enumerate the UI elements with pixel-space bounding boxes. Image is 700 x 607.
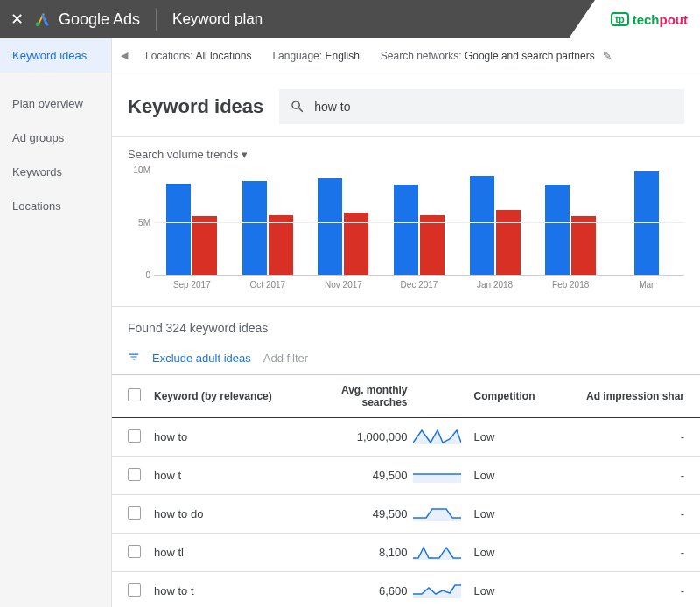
sparkline bbox=[413, 581, 461, 598]
cell-competition: Low bbox=[466, 546, 553, 559]
select-all-checkbox[interactable] bbox=[128, 388, 141, 401]
sparkline bbox=[413, 504, 461, 521]
x-label: Dec 2017 bbox=[382, 280, 458, 290]
sidebar: Keyword ideasPlan overviewAd groupsKeywo… bbox=[0, 38, 112, 607]
cell-avg: 49,500 bbox=[299, 507, 413, 520]
col-header-competition[interactable]: Competition bbox=[466, 390, 553, 402]
col-header-impression[interactable]: Ad impression shar bbox=[553, 390, 684, 402]
cell-avg: 8,100 bbox=[299, 546, 413, 559]
x-label: Sep 2017 bbox=[154, 280, 230, 290]
cell-impression: - bbox=[553, 546, 684, 559]
sparkline bbox=[413, 465, 461, 483]
table-row[interactable]: how to1,000,000Low- bbox=[112, 418, 700, 457]
cell-competition: Low bbox=[466, 430, 553, 443]
search-volume-chart: 05M10M Sep 2017Oct 2017Nov 2017Dec 2017J… bbox=[128, 170, 684, 301]
results-count: Found 324 keyword ideas bbox=[112, 307, 700, 342]
table-header: Keyword (by relevance) Avg. monthly sear… bbox=[112, 374, 700, 418]
cell-impression: - bbox=[553, 584, 684, 597]
row-checkbox[interactable] bbox=[128, 583, 141, 597]
cell-keyword: how to t bbox=[154, 584, 299, 597]
row-checkbox[interactable] bbox=[128, 545, 141, 558]
chevron-down-icon: ▾ bbox=[242, 148, 248, 161]
y-tick: 0 bbox=[145, 270, 150, 280]
cell-competition: Low bbox=[466, 469, 553, 482]
x-label: Nov 2017 bbox=[305, 280, 382, 290]
add-filter-link[interactable]: Add filter bbox=[263, 352, 308, 365]
sparkline bbox=[413, 542, 461, 560]
close-icon[interactable]: ✕ bbox=[10, 10, 24, 29]
techpout-branding: tp techpout bbox=[569, 0, 700, 38]
svg-point-0 bbox=[36, 22, 40, 26]
cell-avg: 6,600 bbox=[299, 584, 413, 597]
y-tick: 5M bbox=[138, 218, 150, 227]
page-title: Keyword ideas bbox=[128, 95, 263, 118]
table-row[interactable]: how to t6,600Low- bbox=[112, 572, 700, 607]
row-checkbox[interactable] bbox=[128, 429, 141, 443]
filter-language[interactable]: Language: English bbox=[272, 50, 359, 62]
cell-competition: Low bbox=[466, 584, 553, 597]
x-label: Mar bbox=[608, 280, 684, 290]
techpout-tp-icon: tp bbox=[611, 12, 628, 26]
search-icon bbox=[290, 99, 305, 115]
cell-keyword: how tl bbox=[154, 546, 299, 559]
cell-avg: 1,000,000 bbox=[299, 430, 413, 443]
keyword-search-input[interactable] bbox=[314, 100, 674, 114]
sidebar-item-ad-groups[interactable]: Ad groups bbox=[0, 121, 111, 155]
targeting-filter-bar: ◀ Locations: All locations Language: Eng… bbox=[112, 38, 700, 73]
col-header-keyword[interactable]: Keyword (by relevance) bbox=[154, 390, 299, 402]
cell-keyword: how to bbox=[154, 430, 299, 443]
cell-keyword: how t bbox=[154, 469, 299, 482]
filter-icon[interactable] bbox=[128, 351, 140, 366]
table-row[interactable]: how tl8,100Low- bbox=[112, 534, 700, 572]
keyword-search-box[interactable] bbox=[279, 89, 684, 124]
table-row[interactable]: how to do49,500Low- bbox=[112, 495, 700, 534]
filter-networks[interactable]: Search networks: Google and search partn… bbox=[381, 50, 612, 62]
ads-logo-icon bbox=[34, 10, 52, 28]
x-label: Feb 2018 bbox=[533, 280, 609, 290]
product-name: Google Ads bbox=[59, 10, 140, 29]
x-label: Oct 2017 bbox=[230, 280, 306, 290]
sidebar-item-plan-overview[interactable]: Plan overview bbox=[0, 87, 111, 121]
sparkline bbox=[413, 427, 461, 444]
col-header-avg[interactable]: Avg. monthly searches bbox=[299, 384, 413, 408]
pencil-icon[interactable]: ✎ bbox=[603, 50, 612, 62]
sidebar-item-keyword-ideas[interactable]: Keyword ideas bbox=[0, 38, 111, 73]
cell-impression: - bbox=[553, 469, 684, 482]
chart-dropdown[interactable]: Search volume trends ▾ bbox=[128, 148, 248, 161]
sidebar-item-locations[interactable]: Locations bbox=[0, 189, 111, 223]
cell-avg: 49,500 bbox=[299, 469, 413, 482]
cell-keyword: how to do bbox=[154, 507, 299, 520]
row-checkbox[interactable] bbox=[128, 468, 141, 481]
exclude-adult-chip[interactable]: Exclude adult ideas bbox=[152, 352, 251, 365]
filter-locations[interactable]: Locations: All locations bbox=[145, 50, 251, 62]
table-row[interactable]: how t49,500Low- bbox=[112, 457, 700, 495]
sidebar-item-keywords[interactable]: Keywords bbox=[0, 155, 111, 189]
y-tick: 10M bbox=[134, 165, 150, 175]
x-label: Jan 2018 bbox=[457, 280, 533, 290]
main-content: ◀ Locations: All locations Language: Eng… bbox=[112, 38, 700, 607]
cell-competition: Low bbox=[466, 507, 553, 520]
header-page-title: Keyword plan bbox=[172, 10, 262, 28]
product-logo: Google Ads bbox=[34, 10, 140, 29]
cell-impression: - bbox=[553, 507, 684, 520]
row-checkbox[interactable] bbox=[128, 506, 141, 520]
cell-impression: - bbox=[553, 430, 684, 443]
header-divider bbox=[156, 8, 157, 31]
collapse-arrow-icon[interactable]: ◀ bbox=[121, 50, 136, 61]
chart-panel: Search volume trends ▾ 05M10M Sep 2017Oc… bbox=[112, 136, 700, 307]
filter-chips-row: Exclude adult ideas Add filter bbox=[112, 342, 700, 374]
header-bar: ✕ Google Ads Keyword plan tp techpout bbox=[0, 0, 700, 38]
